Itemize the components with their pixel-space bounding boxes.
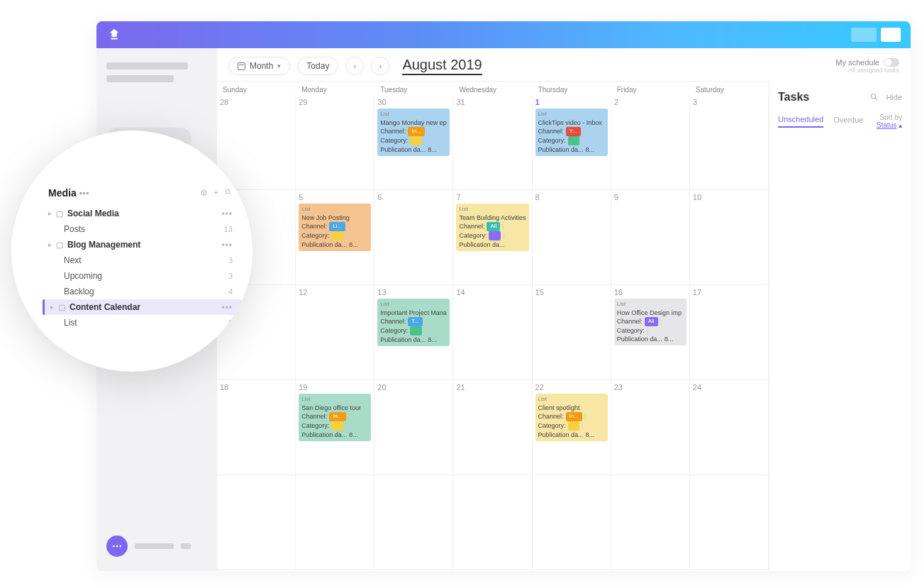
calendar-cell[interactable] <box>611 475 690 570</box>
day-header: Sunday <box>217 82 296 95</box>
day-header: Tuesday <box>374 82 453 95</box>
calendar-event[interactable]: ListMango Monday new epChannel: In... |C… <box>377 109 450 156</box>
calendar-cell[interactable] <box>453 475 532 570</box>
calendar-toolbar: Month ▾ Today ‹ › August 2019 My schedul… <box>217 48 911 81</box>
calendar-cell[interactable]: 9 <box>611 190 690 285</box>
window-button-1[interactable] <box>851 28 877 42</box>
day-header: Saturday <box>690 82 769 95</box>
sidebar-skeleton <box>106 62 188 70</box>
calendar-cell[interactable] <box>533 475 611 570</box>
sidebar-footer: ⋯ <box>106 536 207 557</box>
sidebar-item[interactable]: Next3 <box>48 253 233 268</box>
calendar-cell[interactable] <box>690 475 769 570</box>
calendar-cell[interactable]: 6 <box>374 190 453 285</box>
calendar-cell[interactable] <box>217 475 296 570</box>
main-content: Month ▾ Today ‹ › August 2019 My schedul… <box>217 48 911 571</box>
sidebar-item[interactable]: List8 <box>48 315 233 331</box>
search-icon[interactable] <box>224 188 233 199</box>
calendar: SundayMondayTuesdayWednesdayThursdayFrid… <box>217 81 769 571</box>
chat-icon[interactable]: ⋯ <box>106 536 128 557</box>
calendar-event[interactable]: ListTeam Building ActivitiesChannel: All… <box>456 204 528 251</box>
plus-icon[interactable]: + <box>213 188 218 199</box>
sidebar-skeleton <box>106 75 174 82</box>
sidebar-item[interactable]: ▸▢Blog Management••• <box>48 237 233 253</box>
sidebar-item[interactable]: Upcoming3 <box>48 268 233 284</box>
calendar-cell[interactable]: 1ListClickTips video - InboxChannel: Y..… <box>533 95 611 190</box>
window-controls <box>851 28 901 42</box>
gear-icon[interactable]: ⚙ <box>200 188 208 199</box>
toolbar-right: My schedule All assigned tasks <box>835 58 899 74</box>
tab-overdue[interactable]: Overdue <box>833 116 863 127</box>
tab-unscheduled[interactable]: Unscheduled <box>778 115 823 128</box>
calendar-cell[interactable]: 8 <box>533 190 611 285</box>
calendar-cell[interactable]: 5ListNew Job PostingChannel: Li... |Cate… <box>296 190 374 285</box>
calendar-cell[interactable]: 21 <box>453 380 532 475</box>
sidebar-skeleton <box>135 543 174 549</box>
calendar-cell[interactable]: 14 <box>453 285 532 380</box>
prev-button[interactable]: ‹ <box>345 57 364 75</box>
svg-line-3 <box>230 193 232 195</box>
month-title[interactable]: August 2019 <box>402 57 482 75</box>
view-label: Month <box>250 61 273 71</box>
calendar-cell[interactable]: 12 <box>296 285 374 380</box>
sidebar-item[interactable]: ▸▢Social Media••• <box>48 206 233 221</box>
calendar-cell[interactable]: 29 <box>296 95 374 190</box>
calendar-cell[interactable] <box>296 475 374 570</box>
tasks-panel: Tasks Hide Unscheduled Overdue Sort by <box>769 81 911 571</box>
hide-button[interactable]: Hide <box>886 93 902 101</box>
my-schedule-label: My schedule <box>835 58 879 67</box>
calendar-icon <box>238 62 245 70</box>
calendar-cell[interactable]: 30ListMango Monday new epChannel: In... … <box>374 95 453 190</box>
calendar-cell[interactable]: 17 <box>690 285 769 380</box>
calendar-event[interactable]: ListImportant Project ManaChannel: T... … <box>377 299 450 346</box>
tasks-title: Tasks <box>778 91 809 104</box>
titlebar <box>96 21 911 48</box>
calendar-cell[interactable]: 7ListTeam Building ActivitiesChannel: Al… <box>453 190 532 285</box>
sidebar-item-content-calendar[interactable]: ▸▢Content Calendar••• <box>43 299 241 315</box>
svg-line-1 <box>876 98 878 100</box>
calendar-cell[interactable]: 3 <box>690 95 769 190</box>
calendar-cell[interactable]: 16ListHow Office Design impChannel: All … <box>611 285 690 380</box>
day-header: Monday <box>296 82 374 95</box>
sort-block[interactable]: Sort by Status ▴ <box>877 113 902 129</box>
search-icon[interactable] <box>870 92 879 103</box>
space-title[interactable]: Media••• <box>48 187 89 199</box>
calendar-event[interactable]: ListHow Office Design impChannel: All |C… <box>614 299 687 345</box>
calendar-cell[interactable] <box>374 475 453 570</box>
sidebar-zoom-popover: Media••• ⚙ + ▸▢Social Media•••Posts13▸▢B… <box>11 131 252 372</box>
svg-point-2 <box>226 189 230 194</box>
calendar-cell[interactable]: 31 <box>453 95 532 190</box>
calendar-cell[interactable]: 24 <box>690 380 769 475</box>
calendar-cell[interactable]: 23 <box>611 380 690 475</box>
my-schedule-toggle[interactable] <box>884 58 899 67</box>
app-logo-icon <box>106 27 122 43</box>
calendar-cell[interactable]: 18 <box>217 380 296 475</box>
sidebar-item[interactable]: Backlog4 <box>48 284 233 299</box>
calendar-cell[interactable]: 22ListClient spotlightChannel: In... |Ca… <box>533 380 611 475</box>
calendar-cell[interactable]: 19ListSan Diego office tourChannel: In..… <box>296 380 374 475</box>
calendar-cell[interactable]: 10 <box>690 190 769 285</box>
more-icon: ••• <box>221 302 233 312</box>
more-icon: ••• <box>221 209 233 218</box>
sidebar-skeleton <box>181 543 191 549</box>
calendar-event[interactable]: ListClickTips video - InboxChannel: Y...… <box>535 109 608 156</box>
caret-down-icon: ▾ <box>277 62 281 70</box>
calendar-cell[interactable]: 28 <box>217 95 296 190</box>
day-header: Wednesday <box>453 82 532 95</box>
calendar-event[interactable]: ListClient spotlightChannel: In... |Cate… <box>535 394 608 441</box>
more-icon: ••• <box>221 240 233 250</box>
calendar-event[interactable]: ListSan Diego office tourChannel: In... … <box>299 394 371 441</box>
calendar-event[interactable]: ListNew Job PostingChannel: Li... |Categ… <box>299 204 371 251</box>
window-button-2[interactable] <box>881 28 901 42</box>
view-selector[interactable]: Month ▾ <box>228 57 290 75</box>
next-button[interactable]: › <box>371 57 389 75</box>
calendar-cell[interactable]: 2 <box>611 95 690 190</box>
calendar-cell[interactable]: 15 <box>533 285 611 380</box>
calendar-cell[interactable]: 20 <box>374 380 453 475</box>
today-button[interactable]: Today <box>297 57 338 75</box>
day-header: Friday <box>611 82 690 95</box>
sidebar-item[interactable]: Posts13 <box>48 221 233 237</box>
calendar-cell[interactable]: 13ListImportant Project ManaChannel: T..… <box>374 285 453 380</box>
day-header: Thursday <box>533 82 611 95</box>
svg-point-0 <box>872 94 877 99</box>
